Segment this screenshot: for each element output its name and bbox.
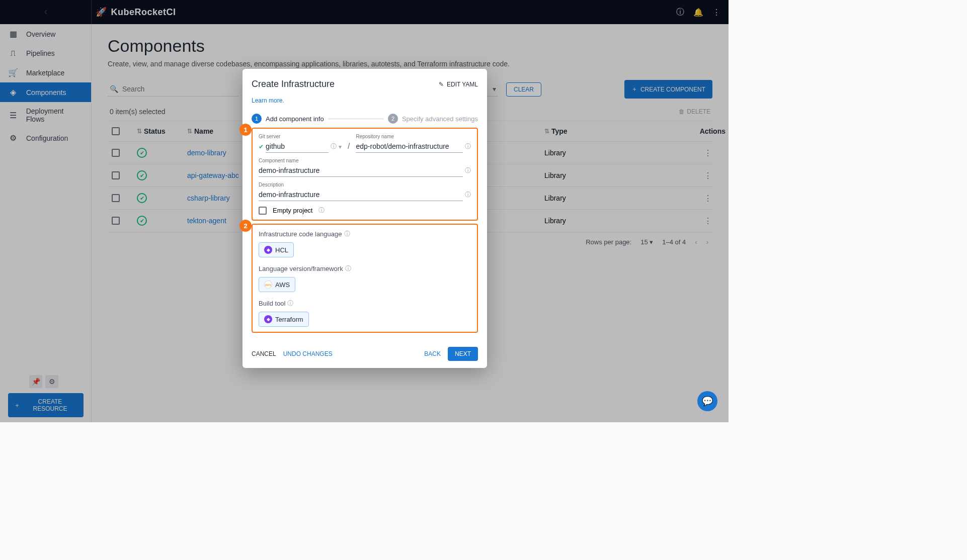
pencil-icon: ✎ — [439, 81, 444, 88]
repository-name-input[interactable] — [356, 140, 463, 153]
hcl-icon: ◆ — [264, 246, 272, 254]
step-2-badge: 2 — [388, 114, 398, 124]
info-icon[interactable]: ⓘ — [465, 142, 471, 151]
dialog-title: Create Infrastructure — [252, 79, 335, 89]
git-server-select[interactable] — [266, 140, 329, 153]
aws-chip[interactable]: awsAWS — [259, 277, 295, 292]
cancel-button[interactable]: CANCEL — [252, 350, 276, 357]
highlight-section-2: 2 Infrastructure code languageⓘ ◆HCL Lan… — [252, 224, 478, 333]
description-input[interactable] — [259, 189, 463, 201]
info-icon[interactable]: ⓘ — [465, 191, 471, 199]
highlight-section-1: 1 Git server ✔ ⓘ ▾ / Repository name — [252, 128, 478, 221]
undo-changes-button[interactable]: UNDO CHANGES — [283, 350, 333, 357]
terraform-chip[interactable]: ◆Terraform — [259, 312, 309, 327]
component-name-input[interactable] — [259, 164, 463, 177]
info-icon[interactable]: ⓘ — [331, 142, 337, 151]
edit-yaml-button[interactable]: ✎EDIT YAML — [439, 81, 478, 88]
step-1-badge: 1 — [252, 114, 262, 124]
info-icon[interactable]: ⓘ — [287, 299, 293, 308]
stepper: 1 Add component info 2 Specify advanced … — [252, 114, 478, 124]
learn-more-link[interactable]: Learn more. — [252, 97, 284, 104]
terraform-icon: ◆ — [264, 315, 272, 323]
next-button[interactable]: NEXT — [448, 347, 478, 361]
hcl-chip[interactable]: ◆HCL — [259, 242, 294, 257]
info-icon[interactable]: ⓘ — [344, 230, 350, 238]
check-circle-icon: ✔ — [259, 143, 264, 150]
back-button[interactable]: BACK — [424, 350, 441, 357]
create-infrastructure-dialog: Create Infrastructure ✎EDIT YAML Learn m… — [243, 69, 487, 368]
info-icon[interactable]: ⓘ — [318, 206, 325, 215]
callout-badge-1: 1 — [239, 124, 252, 136]
info-icon[interactable]: ⓘ — [345, 264, 351, 273]
empty-project-checkbox[interactable] — [259, 207, 267, 215]
chat-icon: 💬 — [702, 396, 713, 407]
info-icon[interactable]: ⓘ — [465, 166, 471, 175]
aws-icon: aws — [264, 281, 272, 289]
chevron-down-icon[interactable]: ▾ — [339, 143, 342, 150]
callout-badge-2: 2 — [239, 220, 252, 232]
chat-fab[interactable]: 💬 — [697, 391, 717, 411]
